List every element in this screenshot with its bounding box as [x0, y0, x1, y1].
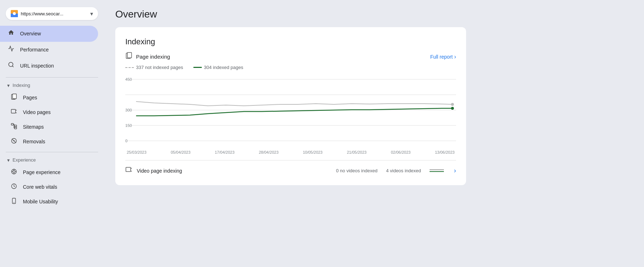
divider-2: [6, 152, 98, 152]
sidebar-item-video-pages-label: Video pages: [23, 109, 51, 115]
pages-icon: [10, 94, 18, 102]
svg-text:450: 450: [125, 77, 132, 81]
svg-point-2: [9, 63, 13, 67]
video-legend-lines: [430, 169, 444, 172]
x-label-6: 02/06/2023: [391, 150, 411, 154]
svg-text:300: 300: [125, 108, 132, 112]
svg-point-1: [13, 12, 16, 15]
performance-icon: [7, 45, 15, 54]
svg-rect-38: [126, 167, 131, 172]
svg-line-3: [12, 66, 13, 67]
sidebar-item-core-web-vitals-label: Core web vitals: [23, 184, 57, 190]
video-pages-icon: [10, 108, 18, 117]
video-indexing-icon: [125, 166, 132, 175]
site-selector[interactable]: https://www.seocar... ▾: [6, 7, 98, 20]
sidebar-item-pages[interactable]: Pages: [0, 90, 98, 105]
sidebar-item-mobile-usability[interactable]: Mobile Usability: [0, 194, 98, 209]
svg-rect-28: [127, 53, 132, 58]
indexing-expand-icon: ▾: [7, 83, 10, 88]
video-indexing-label: Video page indexing: [137, 168, 182, 174]
sidebar-item-sitemaps[interactable]: Sitemaps: [0, 120, 98, 134]
legend-green-line: [193, 67, 202, 68]
video-indexing-chevron[interactable]: ›: [454, 167, 456, 174]
dropdown-icon: ▾: [90, 10, 93, 17]
page-indexing-label: Page indexing: [125, 52, 170, 61]
sidebar-item-mobile-usability-label: Mobile Usability: [23, 199, 58, 204]
video-green-line: [430, 171, 444, 172]
legend-item-not-indexed: 337 not indexed pages: [125, 65, 183, 70]
x-label-7: 13/06/2023: [435, 150, 455, 154]
site-favicon: [11, 10, 18, 17]
indexing-section-label: Indexing: [13, 83, 30, 88]
experience-section-header[interactable]: ▾ Experience: [0, 155, 104, 165]
sidebar-item-removals[interactable]: Removals: [0, 134, 98, 149]
svg-rect-10: [15, 125, 17, 127]
removals-icon: [10, 138, 18, 146]
sidebar-item-video-pages[interactable]: Video pages: [0, 105, 98, 120]
svg-text:150: 150: [125, 123, 132, 128]
mobile-icon: [10, 198, 18, 206]
no-videos-stat: 0 no videos indexed: [336, 168, 378, 173]
svg-rect-9: [11, 123, 14, 125]
gray-endpoint: [451, 103, 454, 106]
x-label-0: 25/03/2023: [127, 150, 146, 154]
x-label-5: 21/05/2023: [347, 150, 367, 154]
indexed-line: [136, 108, 452, 116]
svg-point-19: [13, 170, 15, 173]
sidebar-item-performance-label: Performance: [20, 46, 49, 54]
sidebar-item-page-experience[interactable]: Page experience: [0, 165, 98, 180]
full-report-chevron: ›: [454, 54, 456, 60]
sidebar-item-core-web-vitals[interactable]: Core web vitals: [0, 180, 98, 194]
site-url-text: https://www.seocar...: [21, 11, 87, 16]
sitemaps-icon: [10, 123, 18, 131]
sidebar-item-performance[interactable]: Performance: [0, 42, 98, 58]
sidebar-item-pages-label: Pages: [23, 95, 37, 100]
page-indexing-chart: 450 300 150 0 25/03/2023 05/04/2023 17/0…: [125, 76, 456, 154]
sidebar: https://www.seocar... ▾ Overview Perform…: [0, 0, 104, 267]
full-report-link[interactable]: Full report ›: [430, 54, 456, 60]
video-indexing-row: Video page indexing 0 no videos indexed …: [125, 166, 456, 175]
green-endpoint: [451, 107, 454, 110]
card-indexing-title: Indexing: [125, 37, 456, 46]
sidebar-item-url-inspection-label: URL inspection: [20, 63, 54, 70]
sidebar-item-removals-label: Removals: [23, 139, 45, 144]
video-stats: 0 no videos indexed 4 videos indexed ›: [336, 167, 456, 174]
sidebar-item-overview-label: Overview: [20, 30, 41, 38]
core-web-vitals-icon: [10, 183, 18, 191]
x-label-3: 28/04/2023: [259, 150, 279, 154]
videos-indexed-stat: 4 videos indexed: [386, 168, 421, 173]
home-icon: [7, 29, 15, 38]
legend-gray-line: [125, 67, 134, 68]
main-content: Overview Indexing Page indexing Full rep…: [104, 0, 644, 267]
sidebar-item-sitemaps-label: Sitemaps: [23, 124, 44, 130]
not-indexed-line: [136, 102, 452, 106]
sidebar-item-page-experience-label: Page experience: [23, 169, 60, 175]
video-gray-line: [430, 169, 444, 170]
chart-legend: 337 not indexed pages 304 indexed pages: [125, 65, 456, 70]
page-indexing-text: Page indexing: [136, 54, 170, 60]
chart-svg: 450 300 150 0: [125, 76, 456, 147]
divider-1: [6, 77, 98, 78]
experience-section-label: Experience: [13, 157, 36, 163]
legend-item-indexed: 304 indexed pages: [193, 65, 243, 70]
svg-text:0: 0: [125, 139, 127, 143]
search-icon: [7, 61, 15, 70]
legend-not-indexed-label: 337 not indexed pages: [136, 65, 183, 70]
x-label-1: 05/04/2023: [171, 150, 190, 154]
page-title: Overview: [115, 9, 633, 20]
sidebar-item-url-inspection[interactable]: URL inspection: [0, 58, 98, 74]
svg-rect-6: [11, 109, 16, 113]
legend-indexed-label: 304 indexed pages: [204, 65, 243, 70]
experience-expand-icon: ▾: [7, 157, 10, 163]
page-indexing-icon: [125, 52, 132, 61]
page-experience-icon: [10, 168, 18, 177]
x-axis-labels: 25/03/2023 05/04/2023 17/04/2023 28/04/2…: [125, 150, 456, 154]
x-label-2: 17/04/2023: [215, 150, 234, 154]
full-report-text: Full report: [430, 54, 453, 60]
overview-card: Indexing Page indexing Full report › 337…: [115, 27, 466, 185]
x-label-4: 10/05/2023: [303, 150, 323, 154]
indexing-section-header[interactable]: ▾ Indexing: [0, 80, 104, 90]
svg-rect-11: [15, 127, 17, 129]
card-divider: [125, 160, 456, 160]
sidebar-item-overview[interactable]: Overview: [0, 26, 98, 42]
